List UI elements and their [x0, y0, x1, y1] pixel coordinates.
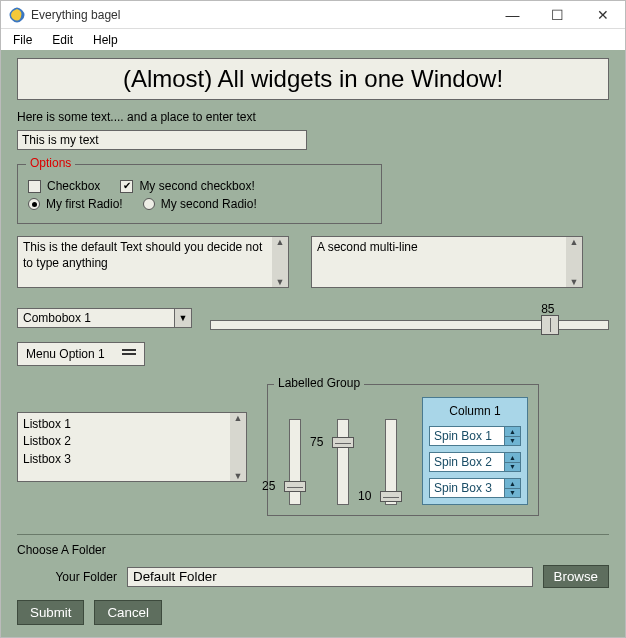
scroll-up-icon[interactable]: ▲: [234, 413, 243, 423]
slider-label: 75: [310, 435, 323, 449]
radio-1[interactable]: My first Radio!: [28, 197, 123, 211]
spin-buttons[interactable]: ▲▼: [504, 479, 520, 497]
checkbox-1[interactable]: Checkbox: [28, 179, 100, 193]
spinbox-value: Spin Box 2: [434, 455, 492, 469]
close-button[interactable]: ✕: [580, 1, 625, 28]
scrollbar[interactable]: ▲ ▼: [230, 413, 246, 481]
scroll-up-icon[interactable]: ▲: [276, 237, 285, 247]
checkbox-icon: [28, 180, 41, 193]
scroll-up-icon[interactable]: ▲: [570, 237, 579, 247]
radio-icon: [143, 198, 155, 210]
labelled-group-legend: Labelled Group: [274, 376, 364, 390]
submit-button[interactable]: Submit: [17, 600, 84, 625]
checkbox-1-label: Checkbox: [47, 179, 100, 193]
checkbox-2-label: My second checkbox!: [139, 179, 254, 193]
spin-down-icon: ▼: [504, 437, 520, 446]
slider-value-label: 85: [541, 302, 554, 316]
titlebar[interactable]: Everything bagel — ☐ ✕: [1, 1, 625, 29]
cancel-button[interactable]: Cancel: [94, 600, 162, 625]
scrollbar[interactable]: ▲ ▼: [272, 237, 288, 287]
checkbox-2[interactable]: ✔ My second checkbox!: [120, 179, 254, 193]
menubar: File Edit Help: [1, 29, 625, 50]
radio-icon-selected: [28, 198, 40, 210]
listbox-items: Listbox 1 Listbox 2 Listbox 3: [18, 413, 230, 481]
chevron-down-icon[interactable]: ▼: [174, 309, 191, 327]
spin-up-icon: ▲: [504, 427, 520, 437]
window: Everything bagel — ☐ ✕ File Edit Help (A…: [0, 0, 626, 638]
slider-thumb[interactable]: [380, 491, 402, 502]
menu-bars-icon: [122, 353, 136, 355]
slider-label: 10: [358, 489, 371, 503]
browse-button[interactable]: Browse: [543, 565, 609, 588]
combobox[interactable]: Combobox 1 ▼: [17, 308, 192, 328]
radio-2[interactable]: My second Radio!: [143, 197, 257, 211]
content-area: (Almost) All widgets in one Window! Here…: [1, 50, 625, 637]
menu-edit[interactable]: Edit: [44, 31, 81, 49]
column-header: Column 1: [449, 402, 500, 420]
listbox[interactable]: Listbox 1 Listbox 2 Listbox 3 ▲ ▼: [17, 412, 247, 482]
folder-section-label: Choose A Folder: [17, 543, 609, 557]
app-icon: [9, 7, 25, 23]
minimize-button[interactable]: —: [490, 1, 535, 28]
spin-buttons[interactable]: ▲▼: [504, 453, 520, 471]
window-title: Everything bagel: [31, 8, 490, 22]
option-menu-value: Menu Option 1: [26, 347, 105, 361]
spinbox-2[interactable]: Spin Box 2 ▲▼: [429, 452, 521, 472]
list-item[interactable]: Listbox 2: [23, 433, 225, 450]
column-1: Column 1 Spin Box 1 ▲▼ Spin Box 2 ▲▼ Spi…: [422, 397, 528, 505]
single-line-input[interactable]: [17, 130, 307, 150]
folder-field-label: Your Folder: [17, 570, 117, 584]
combobox-value: Combobox 1: [23, 311, 91, 325]
multiline-1[interactable]: This is the default Text should you deci…: [17, 236, 289, 288]
scroll-down-icon[interactable]: ▼: [276, 277, 285, 287]
spin-down-icon: ▼: [504, 489, 520, 498]
vertical-slider-1[interactable]: 25: [278, 419, 312, 505]
separator: [17, 534, 609, 535]
scrollbar[interactable]: ▲ ▼: [566, 237, 582, 287]
multiline-2-text: A second multi-line: [312, 237, 566, 287]
scroll-down-icon[interactable]: ▼: [234, 471, 243, 481]
horizontal-slider[interactable]: 85: [210, 304, 609, 332]
slider-label: 25: [262, 479, 275, 493]
vertical-slider-2[interactable]: 75: [326, 419, 360, 505]
slider-track[interactable]: [289, 419, 301, 505]
maximize-button[interactable]: ☐: [535, 1, 580, 28]
menu-file[interactable]: File: [5, 31, 40, 49]
slider-thumb[interactable]: [284, 481, 306, 492]
options-group: Options Checkbox ✔ My second checkbox! M…: [17, 164, 382, 224]
intro-text: Here is some text.... and a place to ent…: [17, 110, 609, 124]
list-item[interactable]: Listbox 3: [23, 451, 225, 468]
spinbox-value: Spin Box 3: [434, 481, 492, 495]
spin-up-icon: ▲: [504, 453, 520, 463]
spin-buttons[interactable]: ▲▼: [504, 427, 520, 445]
list-item[interactable]: Listbox 1: [23, 416, 225, 433]
slider-thumb[interactable]: [541, 315, 559, 335]
radio-1-label: My first Radio!: [46, 197, 123, 211]
option-menu[interactable]: Menu Option 1: [17, 342, 145, 366]
scroll-down-icon[interactable]: ▼: [570, 277, 579, 287]
multiline-1-text: This is the default Text should you deci…: [18, 237, 272, 287]
radio-2-label: My second Radio!: [161, 197, 257, 211]
banner-title: (Almost) All widgets in one Window!: [17, 58, 609, 100]
checkbox-icon-checked: ✔: [120, 180, 133, 193]
multiline-2[interactable]: A second multi-line ▲ ▼: [311, 236, 583, 288]
slider-track[interactable]: [337, 419, 349, 505]
options-legend: Options: [26, 156, 75, 170]
spin-down-icon: ▼: [504, 463, 520, 472]
menu-help[interactable]: Help: [85, 31, 126, 49]
slider-thumb[interactable]: [332, 437, 354, 448]
vertical-slider-3[interactable]: 10: [374, 419, 408, 505]
spinbox-value: Spin Box 1: [434, 429, 492, 443]
folder-input[interactable]: [127, 567, 533, 587]
spin-up-icon: ▲: [504, 479, 520, 489]
spinbox-1[interactable]: Spin Box 1 ▲▼: [429, 426, 521, 446]
spinbox-3[interactable]: Spin Box 3 ▲▼: [429, 478, 521, 498]
labelled-group: Labelled Group 25 75 10 Colum: [267, 384, 539, 516]
